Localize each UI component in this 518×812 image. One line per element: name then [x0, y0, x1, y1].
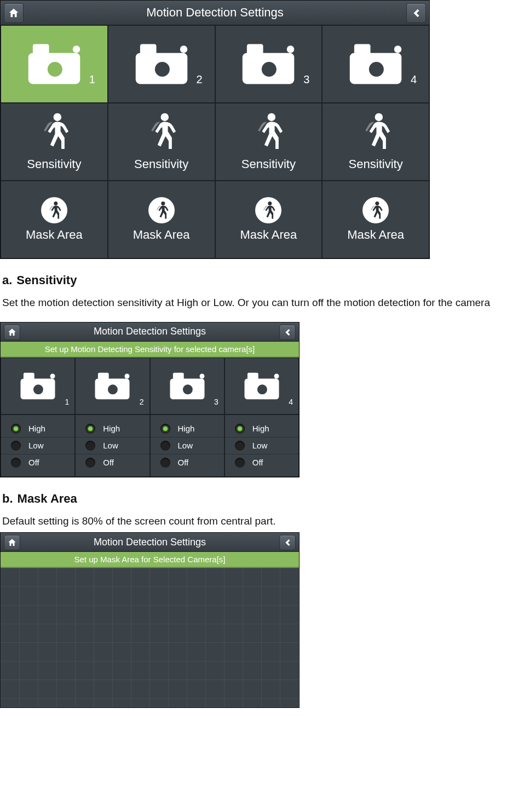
camera-tile-2[interactable]: 2: [75, 358, 149, 414]
home-button[interactable]: [4, 3, 24, 23]
section-a-title: Sensitivity: [16, 273, 77, 287]
section-b-letter: b.: [2, 492, 13, 505]
radio-dot-icon: [160, 458, 170, 468]
radio-high[interactable]: High: [76, 421, 149, 437]
radio-high[interactable]: High: [151, 421, 224, 437]
camera-icon: [95, 372, 130, 399]
sensitivity-label: Sensitivity: [27, 157, 81, 171]
camera-number: 2: [196, 73, 202, 86]
camera-icon: [28, 44, 80, 84]
radio-dot-icon: [160, 441, 170, 451]
home-icon: [7, 538, 17, 548]
camera-icon: [170, 372, 204, 399]
mask-label: Mask Area: [26, 228, 83, 242]
sensitivity-row: Sensitivity Sensitivity Sensitivity Sens…: [1, 103, 429, 181]
section-a-heading: a.Sensitivity: [2, 273, 518, 287]
instruction-banner: Set up Motion Detecting Sensitivity for …: [1, 342, 299, 358]
camera-number: 4: [411, 73, 417, 86]
sensitivity-tile-1[interactable]: Sensitivity: [1, 103, 108, 181]
radio-dot-icon: [235, 441, 245, 451]
sensitivity-col-2: High Low Off: [75, 414, 149, 477]
radio-dot-icon: [160, 424, 170, 434]
mask-icon: [362, 197, 389, 223]
radio-label: Low: [252, 441, 268, 450]
camera-number: 1: [65, 398, 69, 406]
camera-icon: [244, 372, 279, 399]
pedestrian-icon: [252, 112, 284, 153]
title-text: Motion Detection Settings: [94, 326, 206, 337]
titlebar: Motion Detection Settings: [1, 323, 299, 342]
back-icon: [283, 327, 292, 337]
back-icon: [283, 538, 292, 548]
camera-icon: [21, 372, 55, 399]
radio-high[interactable]: High: [1, 421, 74, 437]
mask-icon: [255, 197, 281, 223]
mask-tile-2[interactable]: Mask Area: [108, 181, 215, 258]
radio-dot-icon: [85, 458, 95, 468]
title-text: Motion Detection Settings: [94, 537, 206, 548]
back-icon: [410, 7, 422, 19]
back-button[interactable]: [279, 535, 296, 550]
camera-number: 3: [303, 73, 309, 86]
sensitivity-tile-2[interactable]: Sensitivity: [108, 103, 215, 181]
camera-icon: [135, 44, 187, 84]
back-button[interactable]: [406, 3, 426, 23]
mask-label: Mask Area: [347, 228, 404, 242]
mask-label: Mask Area: [240, 228, 297, 242]
instruction-banner: Set up Mask Area for Selected Camera[s]: [1, 552, 299, 568]
home-icon: [8, 7, 20, 19]
home-icon: [7, 327, 17, 337]
radio-low[interactable]: Low: [151, 437, 224, 454]
camera-tile-3[interactable]: 3: [150, 358, 225, 414]
mask-grid[interactable]: [1, 568, 299, 707]
home-button[interactable]: [4, 325, 20, 340]
sensitivity-col-4: High Low Off: [225, 414, 299, 477]
camera-number: 1: [89, 73, 95, 86]
radio-off[interactable]: Off: [151, 454, 224, 471]
mask-icon: [41, 197, 67, 223]
back-button[interactable]: [279, 325, 296, 340]
sensitivity-label: Sensitivity: [241, 157, 296, 171]
radio-off[interactable]: Off: [1, 454, 74, 471]
radio-label: High: [28, 424, 45, 433]
camera-tile-1[interactable]: 1: [1, 358, 75, 414]
radio-off[interactable]: Off: [76, 454, 149, 471]
radio-dot-icon: [235, 424, 245, 434]
camera-number: 3: [214, 398, 218, 406]
radio-dot-icon: [11, 441, 21, 451]
radio-off[interactable]: Off: [225, 454, 298, 471]
radio-label: Off: [178, 458, 189, 467]
mask-tile-1[interactable]: Mask Area: [1, 181, 108, 258]
mask-row: Mask Area Mask Area Mask Area Mask Area: [1, 181, 429, 258]
sensitivity-tile-4[interactable]: Sensitivity: [322, 103, 429, 181]
section-a-letter: a.: [2, 273, 12, 287]
radio-label: Low: [28, 441, 44, 450]
radio-low[interactable]: Low: [225, 437, 298, 454]
section-a-body: Set the motion detection sensitivity at …: [2, 295, 516, 311]
radio-low[interactable]: Low: [1, 437, 74, 454]
camera-tile-3[interactable]: 3: [215, 25, 323, 103]
camera-tile-2[interactable]: 2: [108, 25, 215, 103]
title-text: Motion Detection Settings: [146, 5, 284, 20]
mask-icon: [148, 197, 175, 223]
camera-tile-4[interactable]: 4: [225, 358, 299, 414]
titlebar: Motion Detection Settings: [1, 533, 299, 552]
radio-dot-icon: [85, 441, 95, 451]
radio-low[interactable]: Low: [76, 437, 149, 454]
sensitivity-tile-3[interactable]: Sensitivity: [215, 103, 323, 181]
sensitivity-settings-screen: Motion Detection Settings Set up Motion …: [0, 322, 300, 477]
camera-tile-1[interactable]: 1: [1, 25, 108, 103]
radio-dot-icon: [11, 458, 21, 468]
home-button[interactable]: [4, 535, 20, 550]
radio-high[interactable]: High: [225, 421, 298, 437]
radio-label: High: [178, 424, 195, 433]
radio-label: High: [103, 424, 120, 433]
mask-tile-3[interactable]: Mask Area: [215, 181, 323, 258]
mask-tile-4[interactable]: Mask Area: [322, 181, 429, 258]
radio-label: Off: [28, 458, 39, 467]
pedestrian-icon: [38, 112, 70, 153]
motion-settings-main-screen: Motion Detection Settings 1 2 3 4 Sensit…: [0, 0, 430, 259]
pedestrian-icon: [360, 112, 392, 153]
camera-tile-4[interactable]: 4: [322, 25, 429, 103]
camera-row: 1 2 3 4: [1, 358, 299, 414]
